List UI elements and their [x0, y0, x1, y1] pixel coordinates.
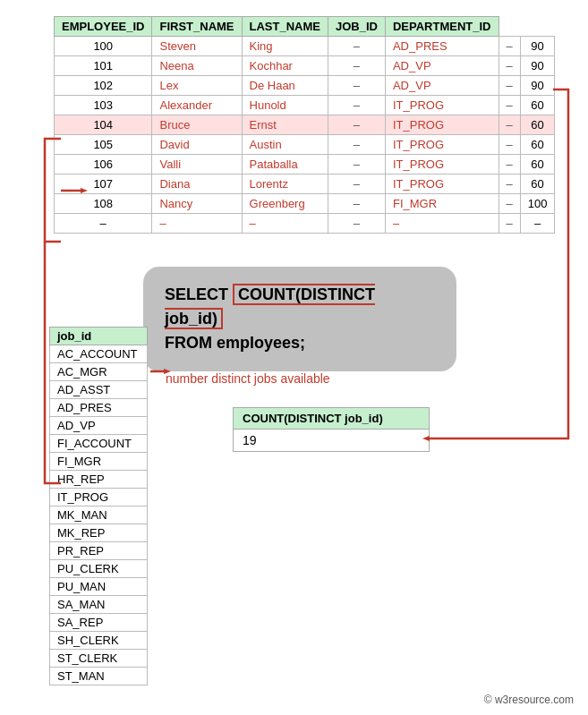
cell-last-name: Kochhar [242, 56, 328, 76]
cell-dash1: – [328, 214, 385, 234]
cell-employee-id: 101 [55, 56, 152, 76]
cell-last-name: – [242, 214, 328, 234]
cell-job-id: IT_PROG [385, 96, 499, 115]
job-list-table: job_id AC_ACCOUNTAC_MGRAD_ASSTAD_PRESAD_… [49, 327, 148, 685]
sql-select-keyword: SELECT [165, 285, 233, 303]
sql-query-box: SELECT COUNT(DISTINCT job_id) FROM emplo… [143, 267, 456, 371]
cell-dash2: – [499, 155, 520, 174]
job-id-cell: ST_MAN [50, 668, 148, 685]
cell-dept-id: 60 [520, 96, 555, 115]
list-item: AC_MGR [50, 363, 148, 381]
list-item: FI_MGR [50, 453, 148, 471]
job-id-cell: MK_MAN [50, 506, 148, 524]
list-item: SH_CLERK [50, 632, 148, 650]
cell-last-name: King [242, 37, 328, 56]
cell-last-name: Lorentz [242, 174, 328, 194]
list-item: MK_MAN [50, 506, 148, 524]
cell-dept-id: – [520, 214, 555, 234]
list-item: HR_REP [50, 471, 148, 489]
cell-dash2: – [499, 174, 520, 194]
result-box-header: COUNT(DISTINCT job_id) [234, 408, 429, 430]
cell-first-name: Valli [152, 155, 242, 174]
cell-dash2: – [499, 56, 520, 76]
job-id-cell: SA_MAN [50, 596, 148, 614]
table-row: 101 Neena Kochhar – AD_VP – 90 [55, 56, 555, 76]
cell-last-name: Pataballa [242, 155, 328, 174]
result-box-value: 19 [234, 430, 429, 451]
cell-dash1: – [328, 194, 385, 214]
cell-job-id: FI_MGR [385, 194, 499, 214]
cell-dash2: – [499, 96, 520, 115]
cell-job-id: AD_VP [385, 56, 499, 76]
cell-dept-id: 90 [520, 56, 555, 76]
employee-table-section: EMPLOYEE_ID FIRST_NAME LAST_NAME JOB_ID … [54, 16, 570, 234]
list-item: AD_VP [50, 417, 148, 435]
cell-first-name: Nancy [152, 194, 242, 214]
cell-employee-id: 106 [55, 155, 152, 174]
list-item: SA_REP [50, 614, 148, 632]
job-id-cell: PR_REP [50, 542, 148, 560]
cell-last-name: De Haan [242, 76, 328, 96]
cell-dash2: – [499, 135, 520, 155]
list-item: ST_CLERK [50, 650, 148, 668]
list-item: PU_MAN [50, 578, 148, 596]
list-item: ST_MAN [50, 668, 148, 685]
cell-dash1: – [328, 174, 385, 194]
col-header-employee-id: EMPLOYEE_ID [55, 17, 152, 37]
job-id-cell: AC_MGR [50, 363, 148, 381]
cell-dash1: – [328, 37, 385, 56]
col-header-first-name: FIRST_NAME [152, 17, 242, 37]
cell-employee-id: 105 [55, 135, 152, 155]
table-row: 100 Steven King – AD_PRES – 90 [55, 37, 555, 56]
result-box: COUNT(DISTINCT job_id) 19 [233, 407, 430, 452]
cell-employee-id: 104 [55, 115, 152, 135]
cell-dept-id: 60 [520, 174, 555, 194]
table-row: 104 Bruce Ernst – IT_PROG – 60 [55, 115, 555, 135]
cell-employee-id: 107 [55, 174, 152, 194]
cell-first-name: Alexander [152, 96, 242, 115]
job-id-cell: AD_PRES [50, 399, 148, 417]
cell-last-name: Ernst [242, 115, 328, 135]
job-id-cell: AC_ACCOUNT [50, 345, 148, 363]
cell-dept-id: 60 [520, 155, 555, 174]
col-header-last-name: LAST_NAME [242, 17, 328, 37]
table-row: 106 Valli Pataballa – IT_PROG – 60 [55, 155, 555, 174]
cell-dash2: – [499, 76, 520, 96]
cell-first-name: Neena [152, 56, 242, 76]
cell-job-id: IT_PROG [385, 115, 499, 135]
watermark: © w3resource.com [484, 694, 574, 706]
job-id-cell: IT_PROG [50, 489, 148, 506]
cell-dash1: – [328, 56, 385, 76]
cell-last-name: Greenberg [242, 194, 328, 214]
cell-job-id: AD_PRES [385, 37, 499, 56]
list-item: PU_CLERK [50, 560, 148, 578]
cell-job-id: – [385, 214, 499, 234]
cell-dash2: – [499, 194, 520, 214]
job-list-header: job_id [50, 328, 148, 345]
table-row: 108 Nancy Greenberg – FI_MGR – 100 [55, 194, 555, 214]
cell-dept-id: 90 [520, 76, 555, 96]
job-id-cell: FI_ACCOUNT [50, 435, 148, 453]
list-item: AC_ACCOUNT [50, 345, 148, 363]
cell-first-name: Bruce [152, 115, 242, 135]
table-row: 102 Lex De Haan – AD_VP – 90 [55, 76, 555, 96]
table-row: – – – – – – – [55, 214, 555, 234]
job-id-cell: SA_REP [50, 614, 148, 632]
job-id-cell: MK_REP [50, 524, 148, 542]
col-header-job-id: JOB_ID [328, 17, 385, 37]
job-id-cell: FI_MGR [50, 453, 148, 471]
job-id-cell: AD_VP [50, 417, 148, 435]
cell-employee-id: 103 [55, 96, 152, 115]
table-row: 103 Alexander Hunold – IT_PROG – 60 [55, 96, 555, 115]
job-id-cell: PU_CLERK [50, 560, 148, 578]
sql-line2: FROM employees; [165, 331, 435, 355]
list-item: FI_ACCOUNT [50, 435, 148, 453]
cell-dept-id: 90 [520, 37, 555, 56]
cell-dash1: – [328, 115, 385, 135]
list-item: PR_REP [50, 542, 148, 560]
cell-dash1: – [328, 96, 385, 115]
cell-first-name: David [152, 135, 242, 155]
list-item: IT_PROG [50, 489, 148, 506]
job-id-cell: PU_MAN [50, 578, 148, 596]
cell-dash1: – [328, 135, 385, 155]
